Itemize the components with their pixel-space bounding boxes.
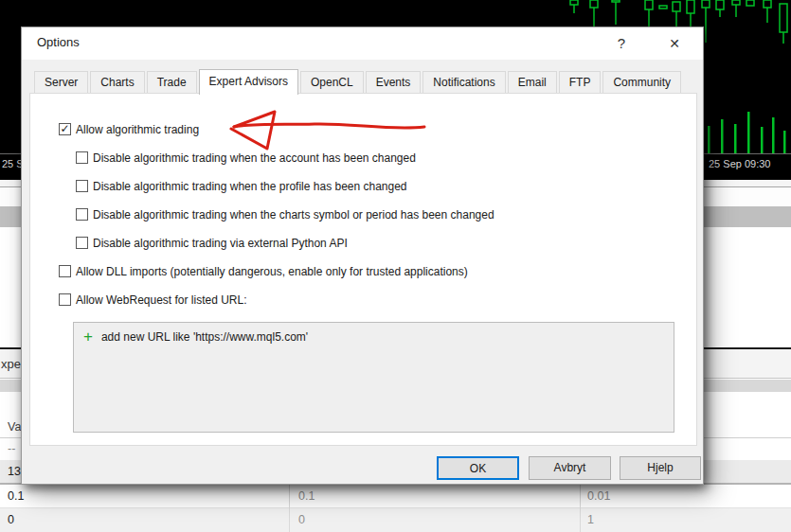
tab-server[interactable]: Server	[34, 71, 88, 94]
webrequest-url-list[interactable]: + add new URL like 'https://www.mql5.com…	[73, 322, 674, 433]
tab-expert-advisors[interactable]: Expert Advisors	[199, 69, 298, 95]
close-icon[interactable]: ✕	[658, 32, 691, 55]
checkbox-label: Allow algorithmic trading	[76, 123, 199, 136]
tab-events[interactable]: Events	[366, 71, 422, 94]
checkbox-label: Disable algorithmic trading via external…	[93, 237, 348, 250]
checkbox-disable-on-profile-change[interactable]: Disable algorithmic trading when the pro…	[76, 180, 407, 193]
tab-email[interactable]: Email	[508, 71, 557, 94]
checkbox-unchecked-icon[interactable]	[59, 265, 71, 277]
tab-notifications[interactable]: Notifications	[422, 71, 505, 94]
checkbox-label: Disable algorithmic trading when the cha…	[93, 208, 494, 222]
tab-ftp[interactable]: FTP	[559, 71, 602, 94]
toolbox-cell: 0.1	[8, 485, 24, 508]
add-url-entry[interactable]: + add new URL like 'https://www.mql5.com…	[83, 328, 308, 345]
help-icon[interactable]: ?	[605, 32, 638, 55]
toolbox-cell: 0	[298, 508, 305, 532]
checkbox-unchecked-icon[interactable]	[76, 237, 88, 249]
dialog-tabstrip: Server Charts Trade Expert Advisors Open…	[34, 69, 683, 94]
toolbox-cell: 0.01	[587, 485, 610, 508]
tab-community[interactable]: Community	[602, 71, 681, 94]
checkbox-allow-webrequest[interactable]: Allow WebRequest for listed URL:	[59, 293, 247, 307]
toolbox-cell: 1	[587, 508, 594, 532]
checkbox-unchecked-icon[interactable]	[76, 180, 88, 192]
toolbox-row: 0.1 0.1 0.01	[0, 483, 791, 508]
checkbox-disable-on-chart-change[interactable]: Disable algorithmic trading when the cha…	[76, 208, 494, 222]
checkbox-unchecked-icon[interactable]	[76, 151, 88, 164]
toolbox-cell: 0	[8, 508, 14, 532]
time-axis-label-right: 25 Sep 09:30	[709, 158, 770, 169]
tab-charts[interactable]: Charts	[90, 71, 144, 94]
checkbox-unchecked-icon[interactable]	[59, 293, 71, 306]
checkbox-label: Allow DLL imports (potentially dangerous…	[76, 265, 468, 278]
checkbox-unchecked-icon[interactable]	[76, 208, 88, 221]
toolbox-row: 0 0 1	[0, 508, 791, 532]
add-url-placeholder: add new URL like 'https://www.mql5.com'	[101, 330, 308, 344]
checkbox-disable-python-api[interactable]: Disable algorithmic trading via external…	[76, 237, 348, 250]
metatrader-screen: 25 S 25 Sep 09:30 xpe Va -- 13 0.1 0.1 0…	[0, 0, 791, 532]
dialog-titlebar: Options ? ✕	[22, 27, 703, 60]
dialog-title: Options	[37, 35, 80, 49]
options-dialog: Options ? ✕ Server Charts Trade Expert A…	[21, 27, 704, 485]
checkbox-label: Disable algorithmic trading when the acc…	[93, 151, 416, 165]
ok-button[interactable]: OK	[437, 456, 519, 480]
toolbox-cell: 0.1	[298, 485, 315, 508]
checkbox-disable-on-account-change[interactable]: Disable algorithmic trading when the acc…	[76, 151, 416, 165]
checkbox-allow-dll-imports[interactable]: Allow DLL imports (potentially dangerous…	[59, 265, 468, 278]
checkbox-checked-icon[interactable]: ✓	[59, 123, 71, 135]
cancel-button[interactable]: Avbryt	[529, 456, 611, 480]
expert-advisors-tabpage: ✓ Allow algorithmic trading Disable algo…	[29, 93, 697, 446]
checkbox-label: Allow WebRequest for listed URL:	[76, 293, 247, 307]
tab-trade[interactable]: Trade	[147, 71, 197, 94]
toolbox-column-separator	[580, 485, 581, 532]
toolbox-column-separator	[289, 485, 290, 532]
checkbox-label: Disable algorithmic trading when the pro…	[93, 180, 407, 193]
tab-opencl[interactable]: OpenCL	[300, 71, 364, 94]
plus-icon[interactable]: +	[83, 328, 93, 345]
checkbox-allow-algorithmic-trading[interactable]: ✓ Allow algorithmic trading	[59, 123, 199, 136]
help-button[interactable]: Hjelp	[620, 456, 701, 480]
